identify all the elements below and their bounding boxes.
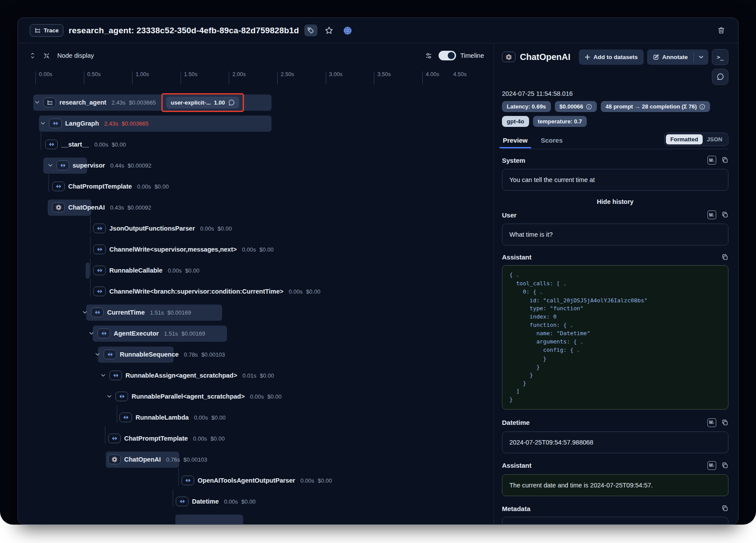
cost-badge[interactable]: $0.00066	[555, 101, 597, 112]
node-name: research_agent	[59, 99, 106, 106]
trace-badge[interactable]: Trace	[30, 24, 63, 37]
trace-tree-row[interactable]: RunnableAssign<agent_scratchpad>0.01s$0.…	[18, 365, 494, 386]
trace-tree-row[interactable]: OpenAIToolsAgentOutputParser0.00s$0.00	[18, 470, 494, 491]
trace-tree-row[interactable]: ChatPromptTemplate0.00s$0.00	[18, 428, 494, 449]
timeline-tick	[326, 71, 326, 84]
node-latency: 0.00s	[242, 246, 256, 253]
trace-tree-row[interactable]: ChannelWrite<branch:supervisor:condition…	[18, 281, 494, 302]
trace-title: research_agent: 23338c52-350d-4efb-89ca-…	[69, 26, 299, 35]
trace-tree-row[interactable]: AgentExecutor1.51s$0.00169	[18, 323, 494, 344]
trace-tree-row[interactable]: ChatOpenAI0.43s$0.00092	[18, 197, 494, 218]
inspector-tabs: Preview Scores Formatted JSON	[502, 133, 728, 149]
playground-button[interactable]	[712, 49, 728, 65]
copy-icon[interactable]	[721, 157, 728, 164]
node-display-label: Node display	[57, 52, 94, 59]
annotate-button[interactable]: Annotate	[647, 49, 694, 65]
assistant-final-message: The current date and time is 2024-07-25T…	[502, 474, 728, 496]
info-icon	[586, 104, 592, 110]
delete-trace-button[interactable]	[714, 25, 728, 36]
trace-tree-row[interactable]: RunnableSequence0.78s$0.00103	[18, 344, 494, 365]
metadata-json: { ⌄ tags: [ ⌄	[502, 517, 728, 525]
node-cost: $0.00	[112, 141, 126, 148]
tab-preview[interactable]: Preview	[502, 134, 529, 148]
trace-tree-row[interactable]: LangGraph2.43s$0.003665	[18, 113, 494, 134]
trace-tree-row[interactable]: research_agent2.43s$0.003665user-explici…	[18, 92, 494, 113]
node-latency: 0.43s	[110, 204, 124, 211]
trace-tree-row[interactable]: RunnableParallel<agent_scratchpad>0.00s$…	[18, 386, 494, 407]
trace-tree-row[interactable]: ChatPromptTemplate0.00s$0.00	[18, 176, 494, 197]
node-name: RunnableParallel<agent_scratchpad>	[132, 393, 245, 400]
trace-tree-row[interactable]: ChatOpenAI0.76s$0.00103	[18, 449, 494, 470]
chevron-down-icon[interactable]	[48, 163, 53, 168]
annotate-dropdown-button[interactable]	[694, 49, 708, 65]
run-stats-row: Latency: 0.69s $0.00066 48 prompt → 28 c…	[502, 101, 728, 112]
node-cost: $0.00	[318, 477, 332, 484]
section-assistant-toolcall: Assistant { ⌄ tool_calls: [ ⌄ 0: { ⌄ id:…	[502, 253, 728, 410]
metadata-code[interactable]: { ⌄ tags: [ ⌄	[509, 522, 721, 525]
timeline-tick-label: 2.00s	[232, 71, 246, 77]
copy-icon[interactable]	[721, 419, 728, 426]
trace-tree-row[interactable]: ChannelWrite<supervisor,messages,next>0.…	[18, 239, 494, 260]
terminal-icon	[717, 54, 724, 60]
user-message: What time is it?	[502, 224, 728, 245]
trace-tree-row[interactable]: RunnableCallable0.00s$0.00	[18, 260, 494, 281]
add-to-datasets-button[interactable]: Add to datasets	[579, 49, 643, 65]
format-formatted-option[interactable]: Formatted	[666, 134, 703, 144]
trace-tree-row[interactable]: JsonOutputFunctionsParser0.00s$0.00	[18, 218, 494, 239]
tree-guide-line	[178, 468, 179, 486]
markdown-icon[interactable]	[707, 418, 716, 427]
trace-tree-row[interactable]: supervisor0.44s$0.00092	[18, 155, 494, 176]
expand-all-button[interactable]	[28, 50, 37, 62]
node-latency: 0.01s	[242, 372, 256, 379]
copy-icon[interactable]	[721, 211, 728, 218]
display-settings-button[interactable]	[424, 50, 434, 62]
trace-tree-row[interactable]: CurrentTime1.51s$0.00169	[18, 302, 494, 323]
collapse-all-button[interactable]	[42, 50, 51, 62]
node-name: supervisor	[73, 162, 105, 169]
chevron-down-icon[interactable]	[89, 331, 94, 336]
hide-history-link[interactable]: Hide history	[502, 198, 728, 205]
trace-tree-row[interactable]: __start__0.00s$0.00	[18, 134, 494, 155]
timeline-tick-label: 1.50s	[184, 71, 198, 77]
timeline-toggle[interactable]	[439, 51, 456, 60]
trace-tree-row[interactable]: RunnableLambda0.00s$0.00	[18, 407, 494, 428]
inspector-header: ChatOpenAI Add to datasets Annotate	[502, 49, 728, 65]
star-button[interactable]	[323, 25, 336, 36]
chevron-down-icon[interactable]	[107, 394, 112, 399]
chevron-down-icon[interactable]	[101, 373, 106, 378]
copy-icon[interactable]	[721, 505, 728, 512]
copy-icon[interactable]	[721, 254, 728, 261]
trace-tree-row[interactable]: Datetime0.00s$0.00	[18, 491, 494, 512]
tree-guide-line	[90, 279, 91, 297]
timeline-tick	[374, 71, 374, 84]
tree-guide-line	[117, 405, 117, 423]
tree-guide-line	[41, 132, 41, 150]
node-name: AgentExecutor	[114, 330, 159, 337]
run-title: ChatOpenAI	[520, 52, 571, 62]
node-latency: 0.00s	[224, 498, 238, 505]
chevron-down-icon[interactable]	[95, 352, 100, 357]
chevron-down-icon[interactable]	[40, 121, 45, 126]
chevron-down-icon[interactable]	[82, 310, 87, 315]
node-name: CurrentTime	[107, 309, 145, 316]
feedback-bubble-button[interactable]	[712, 69, 728, 85]
feedback-chip[interactable]: user-explicit-...1.00	[166, 97, 239, 109]
markdown-icon[interactable]	[707, 210, 716, 219]
markdown-icon[interactable]	[707, 461, 716, 470]
globe-button[interactable]	[341, 25, 354, 36]
openai-icon	[52, 203, 65, 212]
chevron-down-icon[interactable]	[35, 100, 40, 105]
tag-button[interactable]	[304, 25, 317, 36]
node-latency: 0.44s	[110, 162, 124, 169]
format-toggle: Formatted JSON	[664, 133, 728, 146]
node-name: ChatPromptTemplate	[68, 183, 132, 190]
info-icon	[699, 104, 705, 110]
tokens-badge[interactable]: 48 prompt → 28 completion (Σ 76)	[601, 101, 711, 112]
markdown-icon[interactable]	[707, 156, 716, 165]
plus-icon	[585, 54, 590, 60]
toolcall-code[interactable]: { ⌄ tool_calls: [ ⌄ 0: { ⌄ id: "call_20j…	[509, 271, 721, 404]
copy-icon[interactable]	[721, 462, 728, 469]
timeline-tick	[35, 71, 36, 84]
tab-scores[interactable]: Scores	[540, 134, 564, 148]
format-json-option[interactable]: JSON	[703, 134, 727, 144]
